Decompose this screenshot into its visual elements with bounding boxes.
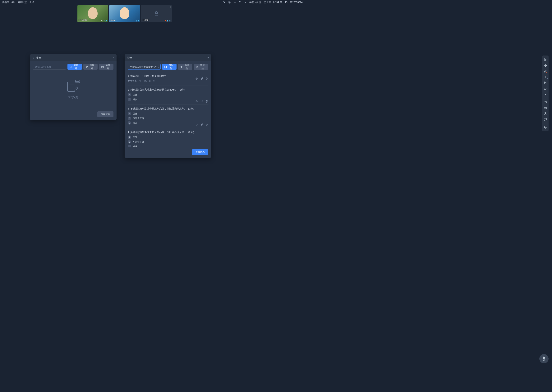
- svg-point-28: [181, 66, 182, 67]
- option-text: 不完全正确: [133, 140, 144, 144]
- move-icon[interactable]: [196, 100, 198, 103]
- question-option[interactable]: A正确: [128, 112, 208, 115]
- checkbox-icon: [70, 66, 72, 68]
- option-badge: C: [128, 145, 131, 147]
- gear-icon[interactable]: [228, 1, 231, 4]
- save-quiz-button[interactable]: 保存试卷: [97, 112, 113, 117]
- radio-icon: [86, 66, 88, 68]
- svg-rect-15: [102, 66, 103, 68]
- add-judgment-button[interactable]: 判断题: [162, 64, 176, 70]
- edit-icon[interactable]: [201, 147, 203, 147]
- camera-off-icon: [153, 10, 160, 17]
- mic-muted-icon: [165, 20, 167, 21]
- video-name: Nina: [110, 19, 115, 21]
- packet-loss: 丢包率：0%: [2, 1, 15, 4]
- svg-rect-18: [67, 82, 75, 91]
- move-icon[interactable]: [196, 77, 198, 80]
- mic-icon: [103, 20, 105, 21]
- option-text: 不完全正确: [133, 117, 144, 120]
- checkbox-icon: [164, 66, 167, 68]
- option-text: 错误: [133, 98, 137, 101]
- question-item: 1 [简答题] 一年四季分别是哪四季?参考答案：春、夏、秋、冬: [128, 72, 208, 86]
- svg-rect-0: [223, 2, 225, 3]
- quiz-name-input[interactable]: [128, 64, 161, 70]
- panel-title: 测验: [36, 56, 41, 60]
- question-option[interactable]: A正确: [128, 93, 208, 97]
- svg-point-14: [87, 66, 87, 67]
- tile-close-icon[interactable]: ×: [170, 6, 171, 8]
- video-name: 叮当老师: [79, 19, 87, 21]
- tile-close-icon[interactable]: ×: [138, 6, 139, 8]
- delete-icon[interactable]: [205, 147, 208, 147]
- edit-icon[interactable]: [201, 77, 203, 80]
- option-badge: C: [128, 121, 131, 125]
- camera-toggle-icon[interactable]: [223, 1, 225, 4]
- option-text: 正确: [133, 112, 137, 115]
- empty-text: 暂无试题: [68, 96, 78, 99]
- option-badge: A: [128, 93, 131, 97]
- move-icon[interactable]: [196, 147, 198, 147]
- close-icon[interactable]: ×: [207, 56, 209, 59]
- network-status: 网络状态：良好: [18, 1, 34, 4]
- option-text: 错误: [133, 121, 137, 125]
- option-text: 错译: [133, 145, 137, 147]
- svg-point-1: [229, 2, 230, 3]
- mic-indicator-icon: [102, 20, 103, 21]
- svg-point-24: [77, 81, 78, 82]
- video-tile-teacher[interactable]: 叮当老师: [77, 5, 108, 22]
- network-bars-icon: [169, 20, 171, 21]
- question-actions: [196, 100, 208, 103]
- question-actions: [196, 123, 208, 126]
- question-actions: [196, 77, 208, 80]
- edit-icon[interactable]: [201, 123, 203, 126]
- svg-point-23: [76, 81, 77, 82]
- radio-icon: [180, 66, 183, 68]
- svg-point-25: [78, 81, 79, 82]
- option-text: 是的: [133, 136, 137, 139]
- mic-icon: [138, 20, 139, 21]
- save-quiz-button[interactable]: 保存试卷: [192, 149, 208, 155]
- option-badge: B: [128, 140, 131, 144]
- video-tile-student[interactable]: × 王小明: [141, 5, 172, 22]
- question-title: 3 [单选题] 施华洛世奇是反华品牌，所以梁鼎琪反华。（2分）: [128, 107, 208, 111]
- question-option[interactable]: A是的: [128, 135, 208, 139]
- close-icon[interactable]: ×: [113, 56, 114, 59]
- svg-rect-29: [196, 66, 198, 68]
- add-short-answer-button[interactable]: 简答题: [99, 64, 113, 70]
- question-option[interactable]: B不完全正确: [128, 117, 208, 120]
- video-tile-student[interactable]: × Nina: [109, 5, 140, 22]
- quiz-panel-empty: 测验 × 判断题 选择题 简答题: [30, 54, 116, 120]
- text-icon: [196, 66, 198, 68]
- panel-title: 测验: [127, 56, 132, 60]
- delete-icon[interactable]: [205, 77, 208, 80]
- empty-illustration-icon: [65, 80, 81, 93]
- option-badge: A: [128, 112, 131, 115]
- option-badge: A: [128, 135, 131, 139]
- option-badge: B: [128, 98, 131, 101]
- minimize-icon[interactable]: [233, 1, 236, 4]
- close-icon[interactable]: [244, 1, 247, 4]
- maximize-icon[interactable]: [239, 1, 241, 4]
- video-strip: 叮当老师 × Nina × 王小明: [0, 5, 249, 22]
- option-badge: B: [128, 117, 131, 120]
- question-title: 4 [多选题] 施华洛世奇是反华品牌，所以梁鼎琪反华。（2分）: [128, 131, 208, 134]
- quiz-name-input[interactable]: [33, 64, 66, 70]
- delete-icon[interactable]: [205, 100, 208, 103]
- network-bars-icon: [105, 20, 107, 21]
- move-icon[interactable]: [196, 123, 198, 126]
- question-item: 3 [单选题] 施华洛世奇是反华品牌，所以梁鼎琪反华。（2分）A正确B不完全正确…: [128, 105, 208, 128]
- add-short-answer-button[interactable]: 简答题: [194, 64, 208, 70]
- question-option[interactable]: B不完全正确: [128, 140, 208, 144]
- back-icon[interactable]: [32, 56, 35, 59]
- add-choice-button[interactable]: 选择题: [178, 64, 192, 70]
- svg-point-8: [156, 12, 157, 14]
- mic-icon: [167, 20, 168, 21]
- add-judgment-button[interactable]: 判断题: [67, 64, 82, 70]
- add-choice-button[interactable]: 选择题: [83, 64, 98, 70]
- mic-indicator-icon: [136, 20, 137, 21]
- question-actions: [196, 147, 208, 147]
- quiz-panel-filled: 测验 × 判断题 选择题 简答题 1 [简答题] 一年四季分别是哪四季?参考答案…: [124, 54, 211, 158]
- delete-icon[interactable]: [205, 123, 208, 126]
- question-title: 2 [判断题] 我国宪法上一次更新是在2020年。（2分）: [128, 88, 208, 91]
- edit-icon[interactable]: [201, 100, 203, 103]
